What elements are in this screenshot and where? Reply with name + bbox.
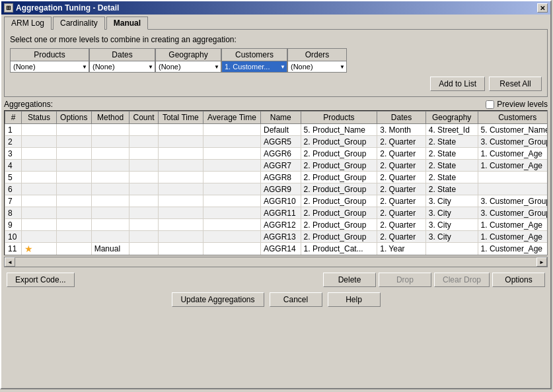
horizontal-scrollbar[interactable]: ◄ ► — [4, 257, 548, 267]
table-cell — [56, 243, 91, 255]
table-row[interactable]: 10AGGR132. Product_Group2. Quarter3. Cit… — [5, 231, 548, 243]
aggregations-table-container[interactable]: # Status Options Method Count Total Time… — [4, 110, 548, 255]
table-cell — [22, 148, 57, 160]
table-cell — [22, 160, 57, 172]
table-row[interactable]: 4AGGR72. Product_Group2. Quarter2. State… — [5, 160, 548, 172]
bottom-buttons-row: Export Code... Delete Drop Clear Drop Op… — [1, 270, 550, 290]
drop-button[interactable]: Drop — [379, 273, 431, 287]
table-cell: 2. Product_Group — [301, 148, 377, 160]
table-cell — [91, 148, 129, 160]
orders-arrow: ▼ — [340, 64, 345, 70]
export-code-button[interactable]: Export Code... — [7, 273, 75, 287]
table-cell: AGGR8 — [260, 172, 301, 183]
table-cell: 7 — [5, 195, 22, 207]
table-cell: AGGR14 — [260, 243, 301, 255]
products-arrow: ▼ — [82, 64, 87, 70]
customers-header: Customers — [221, 48, 287, 61]
tab-arm-log[interactable]: ARM Log — [4, 16, 52, 30]
table-cell: 3. City — [425, 219, 478, 231]
scroll-left-arrow[interactable]: ◄ — [5, 257, 15, 267]
table-header-row: # Status Options Method Count Total Time… — [5, 112, 548, 124]
cancel-button[interactable]: Cancel — [270, 292, 322, 307]
table-cell — [203, 124, 260, 136]
orders-select[interactable]: (None) — [289, 63, 345, 71]
table-cell — [56, 207, 91, 219]
col-header-options: Options — [56, 112, 91, 124]
table-cell: 2. Quarter — [377, 172, 426, 183]
table-cell: 2. Product_Group — [301, 219, 377, 231]
customers-select[interactable]: 1. Customer... — [223, 63, 285, 71]
table-cell — [129, 172, 158, 183]
dates-select[interactable]: (None) — [91, 63, 153, 71]
table-row[interactable]: 5AGGR82. Product_Group2. Quarter2. State… — [5, 172, 548, 183]
table-cell: Manual — [91, 243, 129, 255]
table-cell: 3. Customer_Group — [478, 207, 548, 219]
table-row[interactable]: 8AGGR112. Product_Group2. Quarter3. City… — [5, 207, 548, 219]
table-cell — [203, 183, 260, 195]
geography-header: Geography — [155, 48, 221, 61]
table-row[interactable]: 11★ManualAGGR141. Product_Cat...1. Year1… — [5, 243, 548, 255]
table-cell — [129, 243, 158, 255]
add-to-list-button[interactable]: Add to List — [430, 77, 485, 91]
table-cell: AGGR10 — [260, 195, 301, 207]
products-select[interactable]: (None) — [12, 63, 87, 71]
bottom-right-buttons: Delete Drop Clear Drop Options — [323, 273, 545, 287]
tab-bar: ARM Log Cardinality Manual — [1, 15, 550, 29]
customers-select-wrapper[interactable]: 1. Customer... ▼ — [221, 61, 287, 73]
table-cell: AGGR12 — [260, 219, 301, 231]
dates-header: Dates — [89, 48, 155, 61]
table-row[interactable]: 7AGGR102. Product_Group2. Quarter3. City… — [5, 195, 548, 207]
agg-header-row: Aggregations: Preview levels — [4, 100, 548, 109]
table-cell — [158, 243, 203, 255]
options-button[interactable]: Options — [492, 273, 545, 287]
tab-cardinality[interactable]: Cardinality — [53, 16, 105, 30]
table-cell — [129, 148, 158, 160]
table-cell: AGGR5 — [260, 136, 301, 148]
tab-manual[interactable]: Manual — [106, 16, 148, 30]
products-select-wrapper[interactable]: (None) ▼ — [10, 61, 89, 73]
help-button[interactable]: Help — [328, 292, 381, 307]
table-cell — [129, 231, 158, 243]
geography-select[interactable]: (None) — [157, 63, 219, 71]
table-cell: 3 — [5, 148, 22, 160]
dates-select-wrapper[interactable]: (None) ▼ — [89, 61, 155, 73]
table-row[interactable]: 9AGGR122. Product_Group2. Quarter3. City… — [5, 219, 548, 231]
table-cell — [478, 183, 548, 195]
table-row[interactable]: 1Default5. Product_Name3. Month4. Street… — [5, 124, 548, 136]
col-header-method: Method — [91, 112, 129, 124]
reset-all-button[interactable]: Reset All — [489, 77, 542, 91]
preview-checkbox[interactable] — [486, 100, 494, 109]
col-header-avg-time: Average Time — [203, 112, 260, 124]
table-cell: 3. Customer_Group — [478, 195, 548, 207]
table-cell — [158, 231, 203, 243]
table-cell: 2. Quarter — [377, 183, 426, 195]
table-cell — [129, 136, 158, 148]
table-cell: 2. Product_Group — [301, 231, 377, 243]
table-cell — [158, 207, 203, 219]
table-cell — [158, 124, 203, 136]
scroll-right-arrow[interactable]: ► — [536, 257, 547, 267]
table-cell — [91, 195, 129, 207]
geography-select-wrapper[interactable]: (None) ▼ — [155, 61, 221, 73]
table-cell — [158, 136, 203, 148]
update-aggregations-button[interactable]: Update Aggregations — [172, 292, 264, 307]
close-button[interactable]: ✕ — [537, 3, 548, 13]
table-cell: AGGR6 — [260, 148, 301, 160]
table-cell — [91, 160, 129, 172]
table-cell: 1. Customer_Age — [478, 243, 548, 255]
window-icon: ⊞ — [4, 3, 13, 13]
table-row[interactable]: 6AGGR92. Product_Group2. Quarter2. State — [5, 183, 548, 195]
table-cell: 5. Product_Name — [301, 124, 377, 136]
table-cell — [203, 136, 260, 148]
table-row[interactable]: 3AGGR62. Product_Group2. Quarter2. State… — [5, 148, 548, 160]
orders-select-wrapper[interactable]: (None) ▼ — [287, 61, 347, 73]
table-cell: Default — [260, 124, 301, 136]
table-cell: 2. State — [425, 172, 478, 183]
clear-drop-button[interactable]: Clear Drop — [434, 273, 490, 287]
delete-button[interactable]: Delete — [323, 273, 376, 287]
table-cell — [56, 219, 91, 231]
table-cell — [22, 231, 57, 243]
table-cell — [22, 124, 57, 136]
star-icon: ★ — [24, 244, 33, 254]
table-row[interactable]: 2AGGR52. Product_Group2. Quarter2. State… — [5, 136, 548, 148]
